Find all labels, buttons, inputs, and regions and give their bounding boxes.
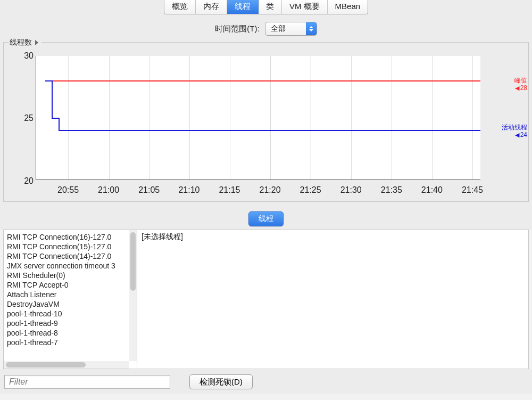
plot-area (36, 56, 480, 180)
legend-peak: 峰值 ◀28 (486, 77, 527, 92)
triangle-left-icon: ◀ (515, 85, 519, 91)
bottom-bar: 检测死锁(D) (0, 369, 532, 394)
chart-frame: 30 25 20 峰值 ◀28 (3, 42, 529, 202)
legend-active-value: 24 (520, 131, 527, 138)
thread-item[interactable]: DestroyJavaVM (6, 299, 137, 309)
tab-threads[interactable]: 线程 (227, 0, 259, 14)
thread-item[interactable]: RMI TCP Connection(16)-127.0 (6, 232, 137, 242)
thread-item[interactable]: RMI TCP Accept-0 (6, 280, 137, 290)
x-tick: 20:55 (57, 185, 79, 195)
legend-active-name: 活动线程 (502, 124, 527, 131)
x-tick: 21:40 (421, 185, 443, 195)
thread-item[interactable]: Attach Listener (6, 290, 137, 299)
time-range-value: 全部 (265, 24, 306, 34)
x-tick: 21:15 (219, 185, 240, 195)
legend-peak-name: 峰值 (514, 77, 527, 84)
mid-button-row: 线程 (0, 208, 532, 230)
x-tick: 21:00 (98, 185, 119, 195)
chevron-updown-icon (306, 22, 317, 35)
thread-item[interactable]: RMI TCP Connection(14)-127.0 (6, 251, 137, 261)
triangle-left-icon: ◀ (515, 132, 519, 138)
chart-title-text: 线程数 (10, 38, 32, 47)
tab-overview[interactable]: 概览 (164, 0, 196, 14)
tab-mbean[interactable]: MBean (328, 0, 368, 14)
legend-peak-value: 28 (520, 84, 527, 92)
main-tabs-bar: 概览 内存 线程 类 VM 概要 MBean (0, 0, 532, 14)
thread-item[interactable]: pool-1-thread-10 (6, 309, 137, 319)
detect-deadlock-button[interactable]: 检测死锁(D) (189, 374, 253, 389)
x-tick: 21:30 (340, 185, 362, 195)
series-active-seg (52, 118, 59, 119)
scrollbar-horizontal[interactable] (4, 361, 129, 369)
series-active-seg (59, 130, 480, 131)
x-tick: 21:10 (178, 185, 200, 195)
thread-item[interactable]: pool-1-thread-8 (6, 328, 137, 338)
series-active-seg (45, 80, 52, 81)
thread-item[interactable]: RMI Scheduler(0) (6, 271, 137, 280)
main-tabs: 概览 内存 线程 类 VM 概要 MBean (164, 0, 368, 14)
series-active-seg (59, 118, 60, 130)
series-peak-line (45, 80, 480, 81)
tab-classes[interactable]: 类 (259, 0, 282, 14)
chart-title[interactable]: 线程数 (9, 38, 41, 47)
threads-button[interactable]: 线程 (248, 211, 284, 226)
x-tick: 21:35 (381, 185, 402, 195)
thread-item[interactable]: JMX server connection timeout 3 (6, 261, 137, 271)
thread-item[interactable]: pool-1-thread-9 (6, 319, 137, 328)
time-range-select[interactable]: 全部 (265, 22, 317, 36)
y-tick: 25 (20, 113, 34, 123)
thread-list[interactable]: RMI TCP Connection(16)-127.0 RMI TCP Con… (4, 230, 137, 369)
tab-vm-summary[interactable]: VM 概要 (282, 0, 328, 14)
x-tick: 21:05 (138, 185, 160, 195)
time-range-row: 时间范围(T): 全部 (0, 14, 532, 42)
thread-item[interactable]: RMI TCP Connection(15)-127.0 (6, 242, 137, 251)
x-tick: 21:45 (462, 185, 483, 195)
thread-item[interactable]: pool-1-thread-7 (6, 338, 137, 347)
x-tick: 21:25 (300, 185, 321, 195)
legend-active: 活动线程 ◀24 (486, 124, 527, 139)
y-tick: 30 (20, 51, 34, 61)
x-tick: 21:20 (260, 185, 281, 195)
thread-detail-placeholder: [未选择线程] (142, 232, 183, 241)
thread-detail: [未选择线程] (137, 230, 528, 369)
series-active-seg (52, 80, 53, 118)
time-range-label: 时间范围(T): (215, 24, 259, 34)
filter-input[interactable] (4, 375, 170, 389)
chart-section: 线程数 30 25 20 (0, 42, 532, 208)
y-tick: 20 (20, 176, 34, 186)
thread-list-wrap: RMI TCP Connection(16)-127.0 RMI TCP Con… (4, 230, 137, 369)
tab-memory[interactable]: 内存 (196, 0, 227, 14)
scrollbar-vertical[interactable] (129, 230, 137, 361)
chevron-right-icon (35, 40, 38, 45)
threads-panel: RMI TCP Connection(16)-127.0 RMI TCP Con… (3, 230, 529, 369)
